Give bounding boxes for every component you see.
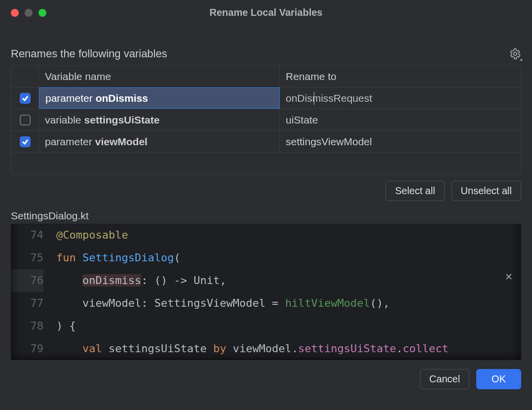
variable-kind: parameter — [45, 92, 93, 104]
variable-name: viewModel — [95, 136, 148, 148]
cancel-button[interactable]: Cancel — [420, 369, 469, 389]
select-all-button[interactable]: Select all — [385, 181, 444, 201]
checkbox-cell — [11, 109, 39, 130]
table-row[interactable]: variablesettingsUiStateuiState — [11, 109, 521, 131]
table-header: Variable name Rename to — [11, 66, 521, 87]
gutter-line-number: 74 — [11, 224, 43, 246]
code[interactable]: @Composablefun SettingsDialog( onDismiss… — [50, 224, 521, 360]
rename-to-cell[interactable]: onDismissRequest — [280, 87, 521, 109]
ok-button[interactable]: OK — [476, 369, 521, 389]
gutter-line-number: 77 — [11, 292, 43, 315]
row-checkbox[interactable] — [20, 93, 31, 104]
section-heading: Renames the following variables — [11, 47, 167, 60]
gutter-line-number: 78 — [11, 315, 43, 337]
rename-value: settingsViewModel — [286, 136, 372, 148]
select-buttons-row: Select all Unselect all — [11, 181, 521, 201]
svg-point-0 — [514, 52, 517, 55]
code-line: viewModel: SettingsViewModel = hiltViewM… — [56, 292, 515, 315]
variables-table: Variable name Rename to parameteronDismi… — [11, 65, 521, 175]
code-line: ) { — [56, 315, 515, 337]
checkbox-cell — [11, 87, 39, 109]
unselect-all-button[interactable]: Unselect all — [452, 181, 521, 201]
row-checkbox[interactable] — [20, 136, 31, 147]
close-window-button[interactable] — [11, 9, 19, 17]
variable-kind: parameter — [45, 136, 92, 148]
table-spacer-row — [11, 153, 521, 174]
variable-name: onDismiss — [96, 92, 148, 104]
variable-name-cell[interactable]: parameterviewModel — [39, 131, 280, 152]
code-line: fun SettingsDialog( — [56, 246, 515, 269]
window-controls — [11, 9, 46, 17]
gutter-line-number: 79 — [11, 337, 43, 360]
col-checkbox — [11, 66, 39, 87]
col-variable-name: Variable name — [39, 66, 280, 87]
section-header: Renames the following variables — [11, 47, 521, 60]
minimize-window-button[interactable] — [25, 9, 33, 17]
variable-name: settingsUiState — [84, 114, 160, 126]
settings-gear-icon[interactable] — [509, 48, 521, 60]
code-line: @Composable — [56, 224, 515, 246]
row-checkbox[interactable] — [20, 115, 31, 125]
gutter: 747576777879 — [11, 224, 50, 360]
maximize-window-button[interactable] — [38, 9, 46, 17]
rename-to-cell[interactable]: settingsViewModel — [280, 131, 521, 152]
table-body: parameteronDismissonDismissRequestvariab… — [11, 87, 521, 153]
col-rename-to: Rename to — [280, 66, 521, 87]
close-preview-button[interactable] — [503, 271, 514, 282]
code-line: onDismiss: () -> Unit, — [56, 269, 515, 292]
rename-input[interactable]: onDismissRequest — [286, 92, 515, 104]
rename-to-cell[interactable]: uiState — [280, 109, 521, 130]
variable-name-cell[interactable]: variablesettingsUiState — [39, 109, 280, 130]
gutter-line-number: 75 — [11, 246, 43, 269]
dialog-actions: Cancel OK — [11, 369, 521, 389]
variable-kind: variable — [45, 114, 81, 126]
text-caret — [314, 92, 314, 105]
table-row[interactable]: parameterviewModelsettingsViewModel — [11, 131, 521, 153]
gutter-line-number: 76 — [11, 269, 43, 292]
titlebar: Rename Local Variables — [0, 0, 532, 25]
dialog-content: Renames the following variables Variable… — [0, 25, 532, 410]
table-row[interactable]: parameteronDismissonDismissRequest — [11, 87, 521, 109]
dialog-window: Rename Local Variables Renames the follo… — [0, 0, 532, 410]
checkbox-cell — [11, 131, 39, 152]
code-preview: 747576777879 @Composablefun SettingsDial… — [11, 224, 521, 360]
preview-filename: SettingsDialog.kt — [11, 210, 521, 222]
rename-value: uiState — [286, 114, 318, 126]
dialog-title: Rename Local Variables — [10, 7, 522, 18]
code-line: val settingsUiState by viewModel.setting… — [56, 337, 515, 360]
variable-name-cell[interactable]: parameteronDismiss — [39, 87, 280, 109]
